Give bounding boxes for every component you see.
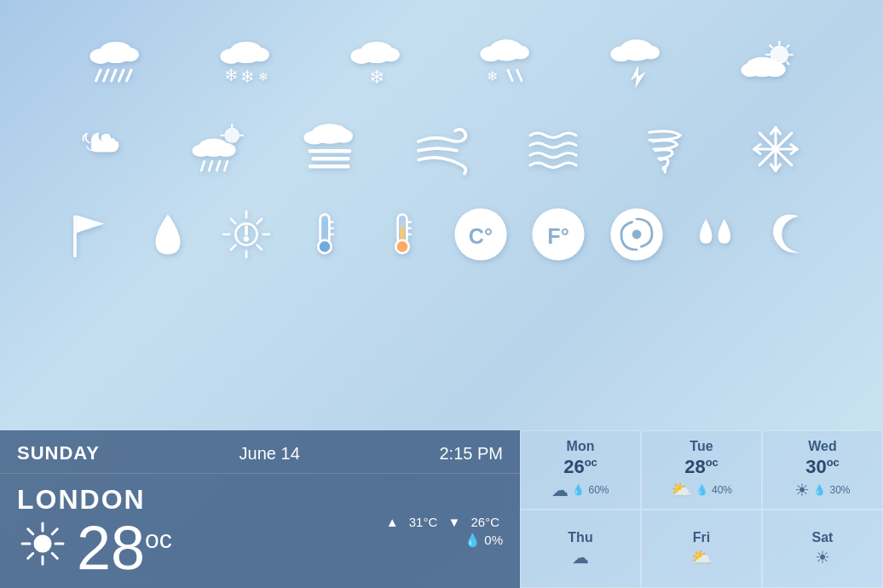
forecast-mon: Mon 26oc ☁ 💧 60% bbox=[520, 430, 641, 510]
celsius-icon: C° bbox=[442, 196, 519, 273]
svg-point-20 bbox=[511, 45, 530, 59]
svg-line-106 bbox=[28, 528, 33, 533]
forecast-icon-row-mon: ☁ 💧 60% bbox=[551, 480, 609, 500]
svg-rect-54 bbox=[312, 157, 350, 161]
svg-line-4 bbox=[104, 70, 108, 81]
forecast-icon-row-wed: ☀ 💧 30% bbox=[794, 480, 850, 500]
svg-line-5 bbox=[112, 70, 116, 81]
snow-rain-icon: ❄ ❄ ❄ bbox=[208, 26, 285, 102]
fog-icon bbox=[291, 111, 368, 187]
heavy-rain-icon bbox=[78, 26, 154, 102]
big-temperature: 28oc bbox=[77, 517, 172, 579]
svg-text:❄: ❄ bbox=[240, 67, 255, 86]
svg-point-38 bbox=[764, 61, 785, 77]
forecast-day-sat: Sat bbox=[812, 530, 834, 545]
drop-mon: 💧 bbox=[572, 484, 585, 496]
city-name: LONDON bbox=[17, 484, 349, 516]
moon-icon bbox=[754, 196, 831, 273]
svg-line-46 bbox=[201, 161, 205, 170]
svg-point-10 bbox=[251, 48, 269, 61]
svg-line-108 bbox=[52, 528, 57, 533]
forecast-wed: Wed 30oc ☀ 💧 30% bbox=[762, 430, 883, 510]
svg-point-51 bbox=[304, 130, 326, 144]
forecast-day-thu: Thu bbox=[568, 530, 592, 545]
forecast-day-tue: Tue bbox=[690, 439, 713, 454]
icon-row-1: ❄ ❄ ❄ ❄ ❄ bbox=[51, 26, 832, 102]
svg-marker-69 bbox=[77, 216, 104, 233]
svg-text:❄: ❄ bbox=[258, 70, 268, 84]
lightning-icon bbox=[598, 26, 675, 102]
temp-high-arrow: ▲ bbox=[386, 515, 399, 529]
svg-point-45 bbox=[216, 143, 236, 157]
svg-line-6 bbox=[119, 70, 124, 81]
svg-point-52 bbox=[335, 130, 354, 143]
svg-text:F°: F° bbox=[548, 224, 569, 248]
svg-line-47 bbox=[209, 161, 212, 170]
forecast-day-wed: Wed bbox=[808, 439, 836, 454]
svg-point-15 bbox=[350, 49, 372, 64]
svg-point-19 bbox=[481, 46, 502, 61]
forecast-icon-fri: ⛅ bbox=[691, 547, 713, 568]
thermometer-hot-icon bbox=[364, 196, 441, 273]
forecast-fri: Fri ⛅ bbox=[641, 510, 762, 589]
water-drops-icon bbox=[677, 196, 753, 273]
svg-point-1 bbox=[90, 49, 112, 64]
svg-text:❄: ❄ bbox=[369, 66, 384, 88]
svg-line-109 bbox=[28, 553, 33, 558]
wind-flag-icon bbox=[52, 196, 129, 273]
svg-point-44 bbox=[193, 145, 211, 157]
forecast-icon-sat: ☀ bbox=[815, 547, 830, 568]
svg-point-100 bbox=[632, 230, 642, 239]
svg-rect-68 bbox=[73, 216, 77, 258]
city-weather: LONDON bbox=[0, 476, 366, 587]
current-day: SUNDAY bbox=[17, 442, 100, 464]
forecast-day-fri: Fri bbox=[693, 530, 710, 545]
forecast-icon-tue: ⛅ bbox=[671, 480, 692, 500]
big-sun-icon bbox=[17, 518, 68, 578]
svg-line-75 bbox=[231, 219, 235, 223]
partly-cloudy-icon bbox=[729, 26, 805, 102]
svg-line-22 bbox=[508, 70, 512, 81]
svg-rect-55 bbox=[309, 164, 350, 169]
svg-point-16 bbox=[381, 48, 400, 61]
svg-rect-53 bbox=[309, 149, 351, 153]
svg-line-48 bbox=[216, 161, 220, 170]
temp-low: 26°C bbox=[470, 515, 499, 529]
svg-line-35 bbox=[786, 45, 789, 49]
forecast-precip-tue: 40% bbox=[712, 484, 732, 496]
forecast-tue: Tue 28oc ⛅ 💧 40% bbox=[641, 430, 762, 510]
fahrenheit-icon: F° bbox=[520, 196, 597, 273]
precipitation: 💧 0% bbox=[383, 533, 503, 548]
icons-area: ❄ ❄ ❄ ❄ ❄ bbox=[0, 0, 883, 290]
svg-point-39 bbox=[224, 128, 240, 143]
forecast-icon-mon: ☁ bbox=[551, 480, 568, 500]
forecast-temp-tue: 28oc bbox=[684, 456, 719, 478]
hurricane-icon bbox=[598, 196, 675, 273]
raindrop-icon bbox=[130, 196, 206, 273]
weather-body: LONDON bbox=[0, 474, 520, 588]
forecast-temp-mon: 26oc bbox=[563, 456, 597, 478]
forecast-temp-wed: 30oc bbox=[805, 456, 840, 478]
svg-line-3 bbox=[96, 70, 101, 81]
thermometer-cold-icon bbox=[286, 196, 363, 273]
temp-details: ▲ 31°C ▼ 26°C 💧 0% bbox=[366, 506, 520, 556]
wind-icon bbox=[403, 111, 480, 187]
icon-row-2 bbox=[51, 111, 832, 187]
bottom-panel: SUNDAY June 14 2:15 PM LONDON bbox=[0, 430, 883, 588]
svg-marker-27 bbox=[631, 66, 646, 89]
temp-range: ▲ 31°C ▼ 26°C bbox=[383, 515, 503, 529]
svg-point-84 bbox=[319, 241, 330, 252]
temp-high: 31°C bbox=[409, 515, 438, 529]
svg-point-9 bbox=[220, 49, 241, 64]
drop-tue: 💧 bbox=[695, 484, 708, 496]
svg-rect-82 bbox=[322, 217, 326, 237]
forecast-sat: Sat ☀ bbox=[762, 510, 883, 589]
svg-line-33 bbox=[769, 45, 772, 49]
svg-point-25 bbox=[610, 46, 632, 61]
sun-alert-icon bbox=[208, 196, 285, 273]
rainy-sunny-icon bbox=[180, 111, 257, 187]
snowflake-icon bbox=[737, 111, 814, 187]
svg-line-49 bbox=[224, 161, 228, 170]
forecast-precip-wed: 30% bbox=[829, 484, 850, 496]
haze-icon bbox=[515, 111, 592, 187]
